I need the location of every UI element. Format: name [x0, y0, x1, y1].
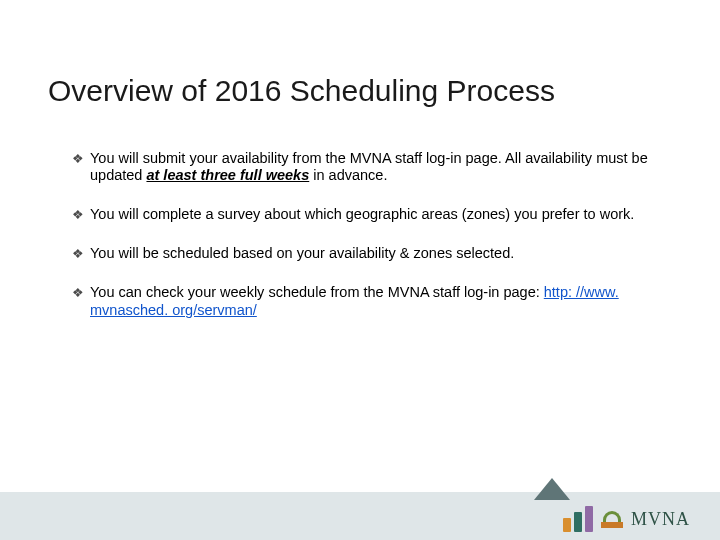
slide-title: Overview of 2016 Scheduling Process — [48, 74, 555, 108]
bullet-text: You can check your weekly schedule from … — [90, 284, 619, 317]
diamond-bullet-icon: ❖ — [72, 246, 84, 261]
emphasis-text: at least three full weeks — [146, 167, 309, 183]
logo-text: MVNA — [631, 509, 690, 530]
diamond-bullet-icon: ❖ — [72, 207, 84, 222]
bullet-item: ❖ You will submit your availability from… — [72, 150, 648, 184]
logo-arch-icon — [601, 511, 623, 528]
text-run: in advance. — [309, 167, 387, 183]
text-run: You can check your weekly schedule from … — [90, 284, 544, 300]
diamond-bullet-icon: ❖ — [72, 151, 84, 166]
logo-bars-icon — [563, 506, 593, 532]
diamond-bullet-icon: ❖ — [72, 285, 84, 300]
bullet-text: You will complete a survey about which g… — [90, 206, 634, 222]
mvna-logo: MVNA — [563, 506, 690, 532]
triangle-icon — [534, 478, 570, 500]
bullet-text: You will submit your availability from t… — [90, 150, 648, 183]
bullet-item: ❖ You can check your weekly schedule fro… — [72, 284, 648, 318]
bullet-text: You will be scheduled based on your avai… — [90, 245, 514, 261]
slide: Overview of 2016 Scheduling Process ❖ Yo… — [0, 0, 720, 540]
bullet-item: ❖ You will complete a survey about which… — [72, 206, 648, 223]
body: ❖ You will submit your availability from… — [72, 150, 648, 341]
footer: MVNA — [0, 482, 720, 540]
bullet-item: ❖ You will be scheduled based on your av… — [72, 245, 648, 262]
